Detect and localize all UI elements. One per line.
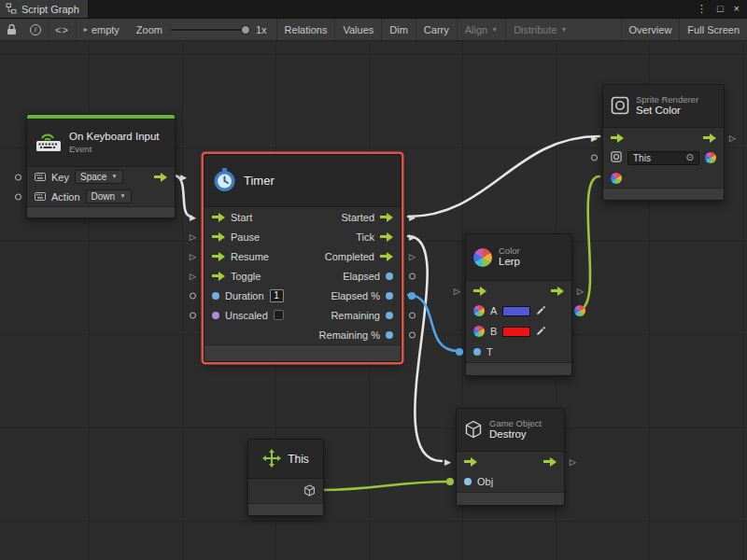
node-on-keyboard-input[interactable]: On Keyboard Input Event Key Space▼ ▶	[26, 114, 176, 218]
t-port-marker[interactable]	[456, 348, 463, 356]
elapsed-port[interactable]	[386, 273, 393, 280]
flow-out-marker[interactable]: ▷	[577, 287, 584, 295]
game-object-out-port[interactable]	[303, 484, 316, 498]
window-close-button[interactable]: ×	[734, 4, 740, 14]
flow-in-pause-port[interactable]	[212, 232, 225, 242]
align-button[interactable]: Align▼	[458, 19, 505, 40]
carry-button[interactable]: Carry	[416, 19, 457, 40]
node-this[interactable]: This	[247, 439, 324, 516]
flow-in-marker[interactable]: ▶	[591, 133, 598, 142]
lerp-row-b: B	[466, 321, 571, 342]
flow-out-port[interactable]	[551, 287, 564, 296]
wire-this-to-destroy-obj[interactable]	[321, 482, 449, 490]
zoom-slider[interactable]	[170, 29, 248, 31]
color-result-port[interactable]	[574, 305, 585, 316]
flow-in-marker[interactable]: ▶	[444, 457, 451, 466]
fullscreen-button[interactable]: Full Screen	[680, 19, 747, 40]
resume-port-marker[interactable]: ▷	[190, 252, 196, 260]
tab-script-graph[interactable]: Script Graph	[0, 0, 89, 18]
a-color-swatch[interactable]	[502, 306, 530, 316]
target-object-field[interactable]: This ⊙	[627, 151, 699, 165]
obj-port[interactable]	[464, 478, 472, 485]
duration-port[interactable]	[212, 292, 219, 300]
target-port-marker[interactable]	[591, 155, 598, 161]
flow-out-port[interactable]	[543, 457, 557, 467]
t-port[interactable]	[473, 348, 481, 356]
a-port[interactable]	[473, 305, 485, 316]
flow-in-resume-port[interactable]	[212, 252, 225, 261]
flow-out-port[interactable]	[154, 173, 167, 182]
color-out-port[interactable]	[705, 152, 716, 163]
flow-out-marker[interactable]: ▶	[180, 173, 187, 181]
color-in-port[interactable]	[611, 173, 622, 184]
pause-port-marker[interactable]: ▷	[190, 232, 196, 241]
unscaled-port[interactable]	[212, 312, 219, 319]
node-timer[interactable]: Timer ▶ Start Started ▶ ▷ Pause Tick ▶ ▷…	[204, 154, 402, 362]
action-port-marker[interactable]	[15, 193, 21, 200]
eyedropper-icon[interactable]	[536, 326, 546, 338]
duration-input[interactable]: 1	[270, 289, 284, 302]
dim-button[interactable]: Dim	[382, 19, 416, 40]
edit-code-button[interactable]: <>	[49, 19, 76, 40]
wire-timer-tick-to-destroy[interactable]	[408, 236, 442, 461]
duration-label: Duration	[225, 290, 264, 301]
remaining-port[interactable]	[386, 312, 393, 319]
duration-port-marker[interactable]	[190, 292, 196, 299]
elapsed-port-marker[interactable]	[409, 273, 416, 279]
flow-out-marker[interactable]: ▷	[729, 133, 736, 142]
flow-out-started-port[interactable]	[380, 213, 393, 222]
distribute-button[interactable]: Distribute▼	[506, 19, 574, 40]
flow-in-start-port[interactable]	[212, 213, 225, 222]
a-label: A	[490, 305, 497, 316]
node-footer	[603, 188, 724, 200]
wire-timer-elapsedpct-to-lerp-t[interactable]	[408, 295, 458, 351]
remaining-pct-port-marker[interactable]	[409, 331, 416, 338]
wire-timer-started-to-setcolor[interactable]	[408, 136, 599, 217]
window-menu-button[interactable]: ⋮	[697, 4, 707, 14]
node-set-color[interactable]: Sprite Renderer Set Color ▶ ▷ This	[602, 84, 725, 201]
flow-in-port[interactable]	[464, 457, 477, 467]
flow-out-tick-port[interactable]	[380, 232, 393, 242]
object-picker-icon[interactable]: ⊙	[686, 153, 694, 162]
wire-keyboard-to-timer-start[interactable]	[174, 175, 191, 217]
unscaled-checkbox[interactable]	[274, 310, 284, 320]
flow-in-toggle-port[interactable]	[212, 272, 225, 281]
unscaled-port-marker[interactable]	[190, 312, 196, 318]
window-maximize-button[interactable]: □	[717, 4, 724, 14]
flow-in-marker[interactable]: ▷	[454, 287, 460, 295]
key-dropdown[interactable]: Space▼	[75, 170, 123, 184]
b-color-swatch[interactable]	[502, 327, 530, 337]
key-type-icon	[35, 172, 46, 183]
key-port-marker[interactable]	[15, 174, 21, 180]
started-port-marker[interactable]: ▶	[409, 213, 416, 221]
remaining-pct-port[interactable]	[386, 331, 393, 339]
completed-port-marker[interactable]: ▷	[409, 252, 416, 260]
lock-button[interactable]	[0, 19, 23, 40]
relations-button[interactable]: Relations	[277, 19, 335, 40]
flow-in-port[interactable]	[473, 287, 486, 296]
zoom-slider-knob[interactable]	[241, 25, 250, 35]
flow-in-port[interactable]	[611, 133, 624, 143]
node-destroy[interactable]: Game Object Destroy ▶ ▷ Obj	[456, 408, 565, 506]
info-toggle-button[interactable]: i	[23, 19, 48, 40]
start-port-marker[interactable]: ▶	[190, 213, 196, 221]
flow-out-port[interactable]	[703, 133, 716, 143]
graph-canvas[interactable]: On Keyboard Input Event Key Space▼ ▶	[0, 41, 747, 560]
remaining-port-marker[interactable]	[409, 312, 416, 318]
elapsed-pct-port-marker[interactable]	[408, 292, 416, 300]
obj-port-marker[interactable]	[446, 478, 454, 485]
node-title: This	[288, 453, 309, 466]
tick-port-marker[interactable]: ▶	[409, 232, 416, 241]
values-button[interactable]: Values	[335, 19, 381, 40]
overview-button[interactable]: Overview	[622, 19, 680, 40]
eyedropper-icon[interactable]	[536, 305, 546, 317]
flow-out-marker[interactable]: ▷	[570, 457, 576, 466]
action-dropdown[interactable]: Down▼	[86, 189, 132, 203]
move-cross-icon	[262, 449, 281, 469]
elapsed-pct-port[interactable]	[386, 292, 393, 300]
toggle-port-marker[interactable]: ▷	[190, 272, 196, 280]
node-color-lerp[interactable]: Color Lerp ▷ ▷ A B	[465, 233, 572, 376]
flow-out-completed-port[interactable]	[380, 252, 393, 261]
graph-breadcrumb[interactable]: ▸ empty	[77, 19, 127, 40]
b-port[interactable]	[473, 326, 485, 337]
